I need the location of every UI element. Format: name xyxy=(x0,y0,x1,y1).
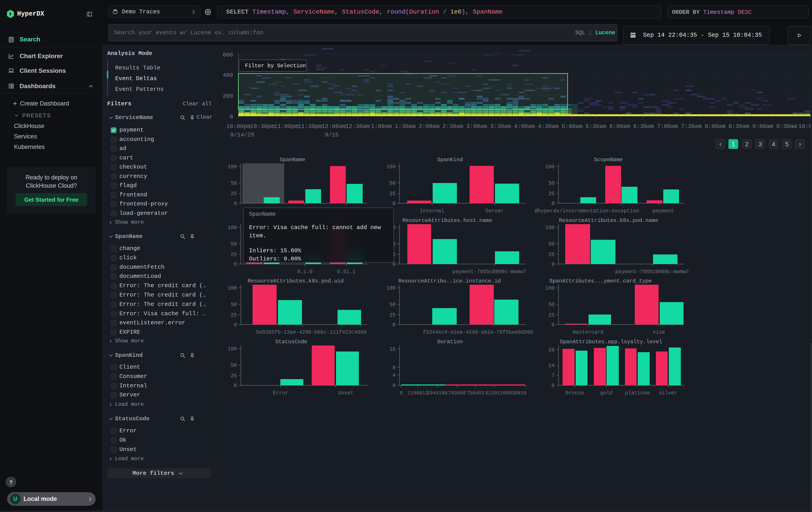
svg-text:25: 25 xyxy=(389,312,396,318)
svg-text:@hyperdx/instrumentation-excep: @hyperdx/instrumentation-exception xyxy=(535,208,639,214)
svg-text:2944180: 2944180 xyxy=(427,390,447,396)
svg-text:200: 200 xyxy=(223,93,233,100)
svg-text:400: 400 xyxy=(223,72,233,79)
svg-text:9:30am: 9:30am xyxy=(776,123,797,130)
svg-text:50: 50 xyxy=(389,181,396,186)
svg-text:2:00am: 2:00am xyxy=(419,123,440,130)
svg-text:50: 50 xyxy=(231,302,237,308)
svg-text:100: 100 xyxy=(545,164,554,170)
svg-text:10:30pm: 10:30pm xyxy=(250,123,274,130)
svg-text:6:30am: 6:30am xyxy=(633,123,654,130)
svg-text:0: 0 xyxy=(551,262,554,267)
svg-text:25: 25 xyxy=(548,252,554,258)
svg-text:50: 50 xyxy=(548,181,554,186)
svg-text:visa: visa xyxy=(652,329,665,335)
svg-text:25: 25 xyxy=(548,191,554,197)
svg-text:SpanKind: SpanKind xyxy=(437,157,463,163)
svg-text:25: 25 xyxy=(231,191,237,197)
svg-text:SpanName: SpanName xyxy=(280,157,305,163)
svg-text:0.51.1: 0.51.1 xyxy=(337,269,355,275)
svg-text:0: 0 xyxy=(234,201,237,207)
svg-text:Error: Error xyxy=(273,390,288,396)
svg-text:ScopeName: ScopeName xyxy=(594,157,623,163)
svg-text:11:30pm: 11:30pm xyxy=(298,123,322,130)
svg-text:5e02b5fb-13ae-4296-bbbc-111f42: 5e02b5fb-13ae-4296-bbbc-111f423c460d xyxy=(256,329,367,335)
svg-text:50: 50 xyxy=(548,241,554,247)
svg-text:ResourceAttributes.k8s.pod.uid: ResourceAttributes.k8s.pod.uid xyxy=(248,278,344,284)
svg-text:ResourceAttributes.k8s.pod.nam: ResourceAttributes.k8s.pod.name xyxy=(559,217,658,223)
svg-text:100: 100 xyxy=(228,346,237,352)
svg-text:100: 100 xyxy=(386,164,396,170)
svg-text:0: 0 xyxy=(393,383,396,389)
svg-text:100: 100 xyxy=(545,225,554,231)
svg-text:0.1.0: 0.1.0 xyxy=(297,269,312,275)
svg-text:ResourceAttributes.host.name: ResourceAttributes.host.name xyxy=(402,217,492,223)
svg-text:Unset: Unset xyxy=(338,390,353,396)
svg-text:100: 100 xyxy=(228,164,237,170)
svg-text:12:30am: 12:30am xyxy=(345,123,370,130)
svg-text:StatusCode: StatusCode xyxy=(275,339,307,345)
svg-text:payment-7985c8969c-mwmw7: payment-7985c8969c-mwmw7 xyxy=(452,269,526,275)
svg-text:50: 50 xyxy=(548,302,554,308)
svg-text:0: 0 xyxy=(234,262,237,267)
svg-text:25: 25 xyxy=(389,191,396,197)
svg-text:3:00am: 3:00am xyxy=(466,123,487,130)
svg-text:100: 100 xyxy=(386,286,396,291)
svg-text:payment: payment xyxy=(652,208,674,214)
svg-text:3:30am: 3:30am xyxy=(490,123,511,130)
svg-text:platinum: platinum xyxy=(625,390,649,396)
svg-text:2:30am: 2:30am xyxy=(442,123,463,130)
svg-text:50: 50 xyxy=(231,362,237,369)
svg-text:8: 8 xyxy=(393,365,396,371)
svg-text:10:00am: 10:00am xyxy=(798,123,812,130)
svg-text:6:00am: 6:00am xyxy=(609,123,630,130)
svg-text:0: 0 xyxy=(393,201,396,207)
svg-text:0: 0 xyxy=(551,383,554,389)
svg-text:25: 25 xyxy=(231,252,237,258)
svg-text:5:00am: 5:00am xyxy=(562,123,583,130)
svg-text:0: 0 xyxy=(229,113,233,120)
svg-text:759483: 759483 xyxy=(466,390,484,396)
svg-text:9:00am: 9:00am xyxy=(752,123,773,130)
svg-text:4:30am: 4:30am xyxy=(538,123,559,130)
svg-text:5:30am: 5:30am xyxy=(585,123,606,130)
svg-text:7: 7 xyxy=(551,373,554,379)
svg-text:0: 0 xyxy=(234,322,237,328)
svg-text:16: 16 xyxy=(389,347,396,352)
svg-text:4:00am: 4:00am xyxy=(514,123,535,130)
svg-text:10:00pm: 10:00pm xyxy=(226,123,250,130)
svg-text:0: 0 xyxy=(551,322,554,328)
svg-text:0: 0 xyxy=(393,322,396,328)
svg-text:0: 0 xyxy=(551,201,554,207)
svg-text:28: 28 xyxy=(548,347,554,353)
svg-text:1:30am: 1:30am xyxy=(395,123,416,130)
svg-text:50: 50 xyxy=(389,302,396,308)
svg-text:0: 0 xyxy=(234,383,237,389)
svg-text:25: 25 xyxy=(231,312,237,318)
svg-text:25: 25 xyxy=(231,373,237,379)
svg-text:ResourceAttribu..ice.instance.: ResourceAttribu..ice.instance.id xyxy=(399,278,501,284)
svg-text:payment-7985c8969c-mwmw7: payment-7985c8969c-mwmw7 xyxy=(615,269,689,275)
svg-text:50: 50 xyxy=(231,181,237,186)
svg-text:4: 4 xyxy=(393,372,396,378)
svg-text:SpanAttributes...yment.card_ty: SpanAttributes...yment.card_type xyxy=(549,278,652,284)
svg-text:0: 0 xyxy=(400,390,402,396)
svg-text:600: 600 xyxy=(223,52,233,58)
svg-text:Server: Server xyxy=(485,208,504,214)
svg-text:8:30am: 8:30am xyxy=(729,123,750,130)
svg-text:1:00am: 1:00am xyxy=(371,123,392,130)
svg-text:100: 100 xyxy=(228,286,237,291)
svg-text:8:00am: 8:00am xyxy=(705,123,726,130)
svg-text:silver: silver xyxy=(659,390,677,396)
svg-text:100: 100 xyxy=(228,225,237,231)
svg-text:Internal: Internal xyxy=(420,208,444,214)
svg-text:14: 14 xyxy=(548,363,554,369)
svg-text:1198813: 1198813 xyxy=(408,390,428,396)
svg-text:7:00am: 7:00am xyxy=(657,123,678,130)
svg-text:9/14/25: 9/14/25 xyxy=(230,132,254,138)
svg-text:mastercard: mastercard xyxy=(573,329,604,335)
svg-text:100: 100 xyxy=(545,286,554,291)
svg-text:822013: 822013 xyxy=(485,390,503,396)
svg-text:Duration: Duration xyxy=(437,339,463,345)
svg-text:7:30am: 7:30am xyxy=(681,123,702,130)
